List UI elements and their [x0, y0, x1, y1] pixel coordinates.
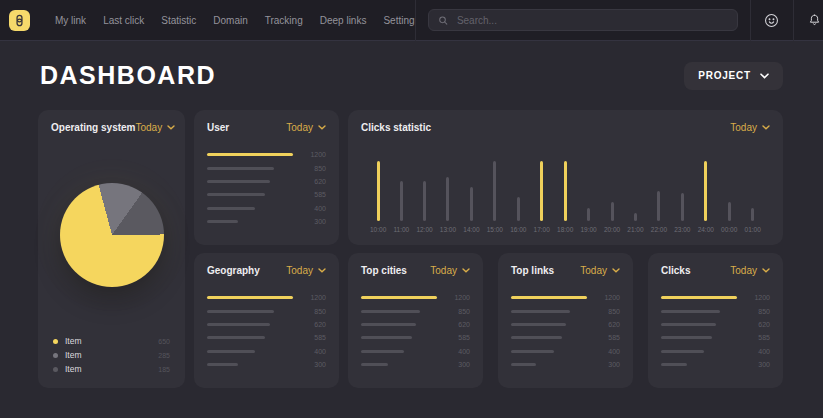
chevron-down-icon	[762, 125, 770, 130]
project-dropdown[interactable]: PROJECT	[684, 62, 783, 90]
nav-item-setting[interactable]: Setting	[383, 15, 414, 26]
hbar-value: 620	[302, 178, 326, 185]
vbar	[564, 161, 567, 221]
hbar	[361, 363, 388, 366]
card-clicks-statistic: Clicks statistic Today 10:0011:0012:0013…	[348, 110, 783, 245]
vbar-track	[470, 161, 473, 221]
hbar	[207, 220, 238, 223]
hbar-chart: 1200850620585400300	[511, 291, 620, 371]
page-title: DASHBOARD	[40, 61, 216, 90]
hbar-value: 300	[746, 361, 770, 368]
hbar-value: 400	[302, 348, 326, 355]
time-label: 11:00	[393, 226, 409, 233]
vbar	[611, 202, 614, 221]
hbar-track	[361, 363, 446, 366]
time-label: 10:00	[370, 226, 386, 233]
card-title: Clicks	[661, 265, 690, 276]
app-root: My linkLast clickStatisticDomainTracking…	[0, 0, 823, 388]
hbar	[511, 363, 536, 366]
vbar-track	[634, 161, 637, 221]
hbar	[207, 207, 255, 210]
hbar-track	[361, 323, 446, 326]
legend-label: Item	[65, 336, 151, 346]
period-dropdown[interactable]: Today	[730, 122, 770, 133]
hbar-track	[511, 363, 596, 366]
nav-item-deep-links[interactable]: Deep links	[320, 15, 367, 26]
hbar-value: 585	[446, 334, 470, 341]
logo-button[interactable]	[9, 10, 30, 31]
hbar-row: 585	[361, 331, 470, 344]
card-title: User	[207, 122, 229, 133]
legend-value: 285	[158, 352, 170, 359]
vbar-track	[493, 161, 496, 221]
hbar-row: 1200	[511, 291, 620, 304]
hbar-value: 850	[596, 308, 620, 315]
page-header: DASHBOARD PROJECT	[0, 41, 823, 90]
period-dropdown[interactable]: Today	[580, 265, 620, 276]
chevron-down-icon	[318, 268, 326, 273]
search-box[interactable]	[428, 9, 738, 31]
hbar-value: 620	[746, 321, 770, 328]
nav-item-last-click[interactable]: Last click	[103, 15, 144, 26]
pie-legend: Item650Item285Item185	[51, 336, 172, 376]
hbar-accent	[511, 296, 587, 300]
legend-item: Item650	[53, 336, 170, 346]
period-dropdown[interactable]: Today	[430, 265, 470, 276]
hbar-row: 400	[207, 345, 326, 358]
hbar-value: 850	[302, 165, 326, 172]
legend-label: Item	[65, 350, 151, 360]
period-dropdown[interactable]: Today	[730, 265, 770, 276]
support-button[interactable]	[751, 12, 793, 29]
hbar	[207, 350, 255, 353]
vbar-track	[517, 161, 520, 221]
notifications-button[interactable]	[794, 13, 823, 28]
hbar-chart: 1200850620585400300	[207, 291, 326, 371]
vbar	[540, 161, 543, 221]
period-dropdown[interactable]: Today	[286, 265, 326, 276]
hbar-row: 850	[361, 304, 470, 317]
hbar-value: 400	[596, 348, 620, 355]
hbar-track	[661, 296, 746, 300]
vbar	[423, 181, 426, 221]
nav-item-domain[interactable]: Domain	[213, 15, 247, 26]
hbar-row: 300	[207, 358, 326, 371]
hbar-row: 1200	[361, 291, 470, 304]
search-input[interactable]	[455, 14, 728, 27]
hbar	[207, 336, 265, 339]
card-header: Clicks statistic Today	[361, 122, 770, 133]
hbar-track	[511, 323, 596, 326]
nav-item-tracking[interactable]: Tracking	[265, 15, 303, 26]
hbar	[361, 336, 412, 339]
vbar-column: 24:00	[698, 143, 714, 233]
hbar-track	[207, 153, 302, 157]
legend-value: 650	[158, 338, 170, 345]
hbar-track	[661, 323, 746, 326]
smiley-face-icon	[763, 12, 780, 29]
vbar-column: 23:00	[674, 143, 690, 233]
vbar-column: 00:00	[721, 143, 737, 233]
hbar-chart: 1200850620585400300	[661, 291, 770, 371]
hbar-value: 400	[446, 348, 470, 355]
hbar-row: 620	[511, 318, 620, 331]
hbar-value: 850	[446, 308, 470, 315]
hbar-row: 1200	[207, 148, 326, 161]
hbar-value: 400	[746, 348, 770, 355]
period-dropdown[interactable]: Today	[135, 122, 175, 133]
hbar-accent	[207, 153, 293, 157]
period-label: Today	[580, 265, 607, 276]
card-title: Operating system	[51, 122, 135, 133]
time-label: 24:00	[698, 226, 714, 233]
nav-item-statistic[interactable]: Statistic	[161, 15, 196, 26]
vbar-column: 22:00	[651, 143, 667, 233]
nav-item-my-link[interactable]: My link	[55, 15, 86, 26]
hbar	[661, 350, 704, 353]
time-label: 13:00	[440, 226, 456, 233]
hbar-row: 850	[511, 304, 620, 317]
hbar-chart: 1200850620585400300	[361, 291, 470, 371]
hbar-track	[207, 310, 302, 313]
vbar-track	[611, 161, 614, 221]
hbar-track	[361, 336, 446, 339]
vbar-track	[540, 161, 543, 221]
period-dropdown[interactable]: Today	[286, 122, 326, 133]
vbar	[400, 181, 403, 221]
